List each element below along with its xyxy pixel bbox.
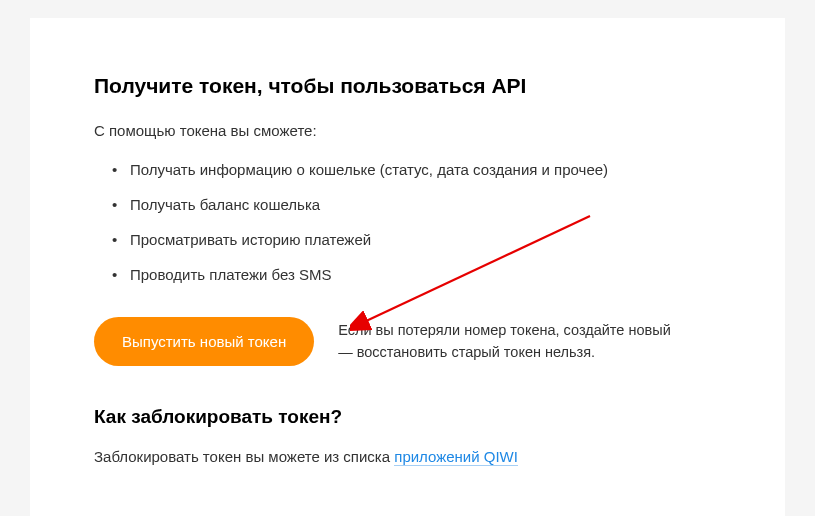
content-card: Получите токен, чтобы пользоваться API С… <box>30 18 785 516</box>
list-item: Получать баланс кошелька <box>112 196 721 213</box>
block-heading: Как заблокировать токен? <box>94 406 721 428</box>
issue-new-token-button[interactable]: Выпустить новый токен <box>94 317 314 366</box>
list-item: Проводить платежи без SMS <box>112 266 721 283</box>
list-item: Получать информацию о кошельке (статус, … <box>112 161 721 178</box>
intro-text: С помощью токена вы сможете: <box>94 122 721 139</box>
qiwi-apps-link[interactable]: приложений QIWI <box>394 448 518 466</box>
block-text-prefix: Заблокировать токен вы можете из списка <box>94 448 394 465</box>
features-list: Получать информацию о кошельке (статус, … <box>112 161 721 283</box>
list-item: Просматривать историю платежей <box>112 231 721 248</box>
block-text: Заблокировать токен вы можете из списка … <box>94 448 721 465</box>
page-title: Получите токен, чтобы пользоваться API <box>94 74 721 98</box>
hint-text: Если вы потеряли номер токена, создайте … <box>338 320 678 364</box>
button-row: Выпустить новый токен Если вы потеряли н… <box>94 317 721 366</box>
